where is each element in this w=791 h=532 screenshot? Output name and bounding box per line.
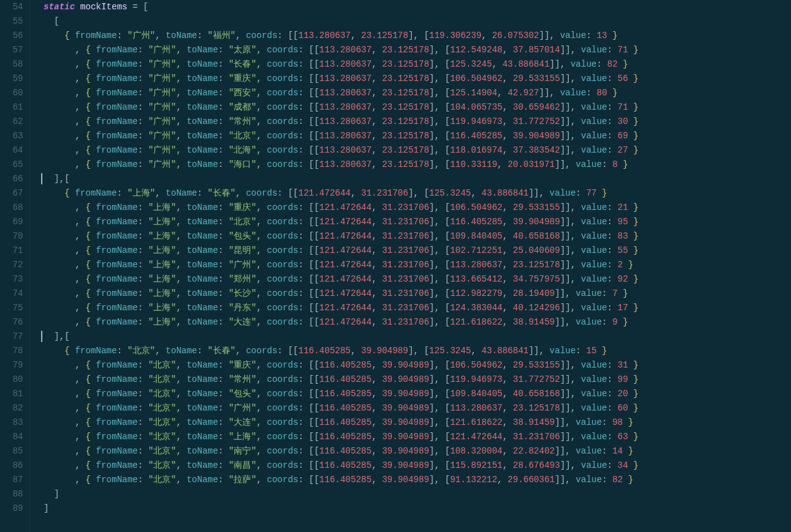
code-line[interactable]: ] (44, 487, 791, 501)
code-line[interactable]: , { fromName: "北京", toName: "拉萨", coords… (44, 473, 791, 487)
code-line[interactable]: ],[ (44, 330, 791, 344)
line-number: 58 (0, 57, 23, 72)
code-line[interactable]: { fromName: "北京", toName: "长春", coords: … (44, 344, 791, 358)
code-line[interactable]: , { fromName: "广州", toName: "北海", coords… (44, 143, 791, 158)
line-number: 56 (0, 29, 23, 43)
line-number: 62 (0, 115, 23, 129)
line-number: 60 (0, 86, 23, 100)
code-line[interactable]: , { fromName: "北京", toName: "上海", coords… (44, 430, 791, 444)
code-line[interactable]: , { fromName: "上海", toName: "长沙", coords… (44, 287, 791, 301)
cursor-icon (41, 173, 42, 184)
code-line[interactable]: , { fromName: "北京", toName: "包头", coords… (44, 387, 791, 401)
code-line[interactable]: , { fromName: "广州", toName: "北京", coords… (44, 129, 791, 143)
line-number: 82 (0, 401, 23, 416)
line-number: 67 (0, 186, 23, 201)
line-number: 69 (0, 215, 23, 229)
line-number: 77 (0, 330, 23, 344)
line-number: 76 (0, 315, 23, 330)
code-line[interactable]: , { fromName: "广州", toName: "常州", coords… (44, 115, 791, 129)
code-line[interactable]: , { fromName: "广州", toName: "海口", coords… (44, 158, 791, 172)
line-number: 88 (0, 487, 23, 501)
line-number: 79 (0, 358, 23, 373)
code-line[interactable]: , { fromName: "北京", toName: "南昌", coords… (44, 458, 791, 473)
line-number: 54 (0, 0, 23, 14)
line-number: 63 (0, 129, 23, 143)
code-line[interactable]: , { fromName: "北京", toName: "南宁", coords… (44, 444, 791, 458)
code-content[interactable]: static mockItems = [ [ { fromName: "广州",… (30, 0, 791, 532)
line-number: 59 (0, 72, 23, 86)
code-line[interactable]: , { fromName: "广州", toName: "长春", coords… (44, 57, 791, 72)
line-number: 86 (0, 458, 23, 473)
line-number: 81 (0, 387, 23, 401)
code-line[interactable]: , { fromName: "上海", toName: "大连", coords… (44, 315, 791, 330)
code-line[interactable]: ] (44, 501, 791, 516)
line-number: 85 (0, 444, 23, 458)
line-number: 73 (0, 272, 23, 287)
code-line[interactable]: [ (44, 14, 791, 29)
code-line[interactable]: { fromName: "上海", toName: "长春", coords: … (44, 186, 791, 201)
line-number: 61 (0, 100, 23, 115)
line-number-gutter: 5455565758596061626364656667686970717273… (0, 0, 30, 532)
code-line[interactable]: { fromName: "广州", toName: "福州", coords: … (44, 29, 791, 43)
code-line[interactable]: , { fromName: "广州", toName: "重庆", coords… (44, 72, 791, 86)
line-number: 57 (0, 43, 23, 57)
cursor-icon (41, 331, 42, 342)
code-line[interactable]: , { fromName: "广州", toName: "西安", coords… (44, 86, 791, 100)
line-number: 64 (0, 143, 23, 158)
line-number: 72 (0, 258, 23, 272)
code-line[interactable]: , { fromName: "北京", toName: "常州", coords… (44, 373, 791, 387)
line-number: 80 (0, 373, 23, 387)
code-line[interactable]: , { fromName: "上海", toName: "包头", coords… (44, 229, 791, 244)
code-line[interactable]: , { fromName: "上海", toName: "郑州", coords… (44, 272, 791, 287)
code-line[interactable]: , { fromName: "广州", toName: "太原", coords… (44, 43, 791, 57)
code-line[interactable]: , { fromName: "北京", toName: "广州", coords… (44, 401, 791, 416)
line-number: 78 (0, 344, 23, 358)
code-line[interactable]: , { fromName: "北京", toName: "大连", coords… (44, 416, 791, 430)
code-line[interactable]: , { fromName: "北京", toName: "重庆", coords… (44, 358, 791, 373)
code-line[interactable]: , { fromName: "广州", toName: "成都", coords… (44, 100, 791, 115)
line-number: 84 (0, 430, 23, 444)
code-line[interactable]: , { fromName: "上海", toName: "北京", coords… (44, 215, 791, 229)
code-line[interactable]: ],[ (44, 172, 791, 186)
line-number: 71 (0, 244, 23, 258)
code-line[interactable]: , { fromName: "上海", toName: "广州", coords… (44, 258, 791, 272)
line-number: 66 (0, 172, 23, 186)
code-editor[interactable]: 5455565758596061626364656667686970717273… (0, 0, 791, 532)
line-number: 75 (0, 301, 23, 315)
code-line[interactable]: , { fromName: "上海", toName: "丹东", coords… (44, 301, 791, 315)
line-number: 89 (0, 501, 23, 516)
line-number: 70 (0, 229, 23, 244)
line-number: 65 (0, 158, 23, 172)
code-line[interactable]: , { fromName: "上海", toName: "昆明", coords… (44, 244, 791, 258)
line-number: 87 (0, 473, 23, 487)
code-line[interactable]: static mockItems = [ (44, 0, 791, 14)
line-number: 83 (0, 416, 23, 430)
line-number: 68 (0, 201, 23, 215)
line-number: 74 (0, 287, 23, 301)
code-line[interactable]: , { fromName: "上海", toName: "重庆", coords… (44, 201, 791, 215)
line-number: 55 (0, 14, 23, 29)
